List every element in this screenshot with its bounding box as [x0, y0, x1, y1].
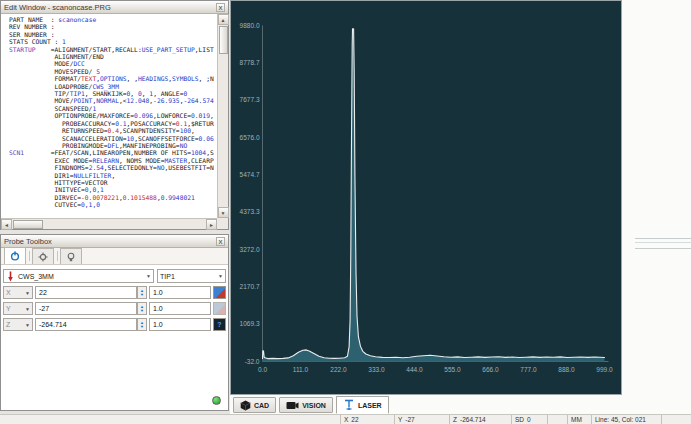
tip-select[interactable]: TIP1 ▼: [157, 269, 226, 283]
status-empty-cell: [548, 415, 568, 424]
tip-name: TIP1: [160, 273, 175, 280]
vertical-scrollbar[interactable]: ▲ ▼: [217, 14, 228, 218]
scroll-left-icon[interactable]: ◄: [1, 219, 12, 230]
tab-label: VISION: [302, 402, 326, 409]
camera-icon: [286, 400, 299, 410]
edit-window-titlebar[interactable]: Edit Window - scanoncase.PRG x: [1, 1, 228, 14]
x-value-field[interactable]: 22: [35, 286, 137, 299]
status-x: X22: [341, 415, 395, 424]
probe-toolbox: Probe Toolbox x: [0, 234, 229, 411]
scan-profile-chart: -32.01069.32170.73272.04373.35474.76576.…: [231, 1, 621, 394]
svg-text:5474.7: 5474.7: [240, 171, 260, 178]
svg-text:3272.0: 3272.0: [240, 246, 260, 253]
tab-probe-position[interactable]: [4, 247, 26, 264]
edit-window: Edit Window - scanoncase.PRG x PART NAME…: [0, 0, 229, 230]
tab-illumination[interactable]: [60, 248, 82, 264]
probe-toolbox-tabstrip: [1, 248, 228, 265]
tab-vision[interactable]: VISION: [279, 397, 333, 413]
gear-icon: [38, 252, 48, 262]
chevron-down-icon: ▼: [143, 273, 151, 279]
svg-text:333.0: 333.0: [368, 366, 385, 373]
status-sd: SD0: [512, 415, 548, 424]
probe-select[interactable]: CWS_3MM ▼: [3, 269, 154, 283]
y-value-field[interactable]: -27: [35, 302, 137, 315]
svg-text:7677.3: 7677.3: [240, 96, 260, 103]
chevron-down-icon: ▼: [22, 290, 30, 296]
tab-label: LASER: [358, 402, 382, 409]
svg-text:222.0: 222.0: [330, 366, 347, 373]
status-z: Z-264.714: [450, 415, 512, 424]
status-caret-position: Line: 45, Col: 021: [592, 415, 662, 424]
horizontal-scrollbar[interactable]: ◄ ►: [1, 218, 217, 229]
probe-name: CWS_3MM: [18, 273, 54, 280]
chevron-down-icon: ▼: [215, 273, 223, 279]
svg-text:1069.3: 1069.3: [240, 320, 260, 327]
z-value-field[interactable]: -264.714: [35, 318, 137, 331]
status-y: Y-27: [395, 415, 450, 424]
cube-icon: [240, 400, 251, 411]
chevron-down-icon: ▼: [22, 306, 30, 312]
power-icon: [10, 251, 20, 261]
lightbulb-icon: [66, 252, 76, 262]
probe-toolbox-title: Probe Toolbox: [4, 237, 216, 246]
tab-settings[interactable]: [32, 248, 54, 264]
probe-toolbox-titlebar[interactable]: Probe Toolbox x: [1, 235, 228, 248]
svg-text:999.0: 999.0: [596, 366, 613, 373]
x-value-stepper[interactable]: ▲▼: [137, 286, 147, 299]
svg-text:666.0: 666.0: [482, 366, 499, 373]
z-value-stepper[interactable]: ▲▼: [137, 318, 147, 331]
x-scale-field[interactable]: 1.0: [149, 286, 211, 299]
axis-select-x[interactable]: X ▼: [3, 286, 33, 299]
scroll-down-icon[interactable]: ▼: [218, 207, 229, 218]
svg-text:0.0: 0.0: [258, 366, 267, 373]
svg-text:4373.3: 4373.3: [240, 208, 260, 215]
svg-text:777.0: 777.0: [520, 366, 537, 373]
status-bar: X22 Y-27 Z-264.714 SD0 MM Line: 45, Col:…: [0, 414, 691, 424]
axis-label: Y: [6, 305, 11, 312]
axis-label: X: [6, 289, 11, 296]
laser-scan-view[interactable]: -32.01069.32170.73272.04373.35474.76576.…: [230, 0, 622, 395]
y-value-stepper[interactable]: ▲▼: [137, 302, 147, 315]
z-help-button[interactable]: ?: [213, 318, 226, 331]
chevron-down-icon: ▼: [22, 322, 30, 328]
axis-label: Z: [6, 321, 10, 328]
y-graph-button[interactable]: [213, 302, 226, 315]
horizontal-scroll-thumb[interactable]: [13, 220, 43, 229]
vertical-scroll-thumb[interactable]: [219, 26, 228, 54]
probe-toolbox-body: [3, 347, 226, 407]
close-icon[interactable]: x: [216, 3, 225, 12]
svg-text:6576.0: 6576.0: [240, 134, 260, 141]
y-scale-field[interactable]: 1.0: [149, 302, 211, 315]
scroll-right-icon[interactable]: ►: [206, 219, 217, 230]
svg-text:8778.7: 8778.7: [240, 59, 260, 66]
tab-label: CAD: [254, 402, 269, 409]
scroll-up-icon[interactable]: ▲: [218, 14, 229, 25]
probe-icon: [6, 271, 15, 282]
right-workspace-background: [622, 0, 691, 414]
laser-probe-icon: [343, 399, 355, 411]
x-graph-button[interactable]: [213, 286, 226, 299]
svg-text:2170.7: 2170.7: [240, 283, 260, 290]
edit-window-title: Edit Window - scanoncase.PRG: [4, 3, 216, 12]
svg-text:888.0: 888.0: [558, 366, 575, 373]
mode-tab-row: CAD VISION LASER: [230, 396, 691, 414]
tab-laser[interactable]: LASER: [336, 396, 389, 414]
close-icon[interactable]: x: [216, 237, 225, 246]
svg-text:9880.0: 9880.0: [240, 22, 260, 29]
axis-select-z[interactable]: Z ▼: [3, 318, 33, 331]
svg-text:555.0: 555.0: [444, 366, 461, 373]
z-scale-field[interactable]: 1.0: [149, 318, 211, 331]
svg-text:111.0: 111.0: [293, 366, 309, 373]
panel-grip-handle[interactable]: [635, 238, 691, 249]
tab-cad[interactable]: CAD: [233, 397, 276, 413]
svg-text:-32.0: -32.0: [245, 358, 260, 365]
green-indicator-button[interactable]: [212, 396, 221, 405]
axis-select-y[interactable]: Y ▼: [3, 302, 33, 315]
status-units: MM: [568, 415, 592, 424]
code-editor[interactable]: PART NAME : scanoncaseREV NUMBER :SER NU…: [1, 14, 217, 218]
svg-text:444.0: 444.0: [406, 366, 423, 373]
